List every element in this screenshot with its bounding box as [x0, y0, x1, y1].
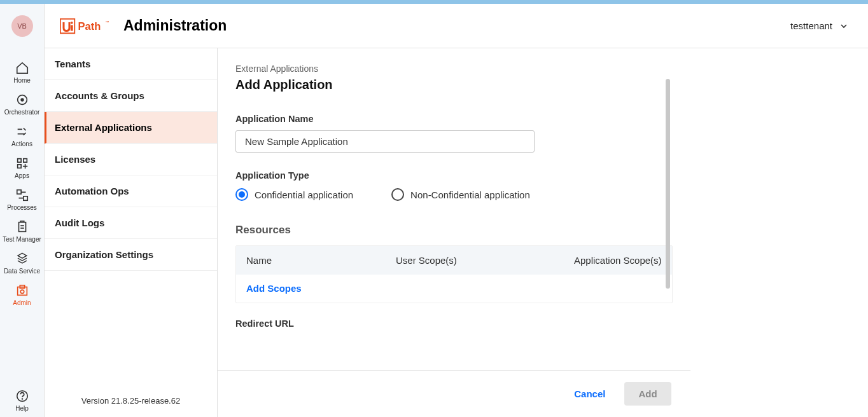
add-scopes-link[interactable]: Add Scopes [246, 283, 302, 294]
svg-point-10 [20, 290, 24, 294]
apps-icon [15, 156, 29, 170]
sub-nav: Tenants Accounts & Groups External Appli… [45, 48, 218, 417]
rail-label: Admin [13, 299, 31, 306]
rail-item-processes[interactable]: Processes [0, 184, 45, 216]
app-name-label: Application Name [235, 114, 673, 124]
col-user-scope: User Scope(s) [396, 255, 574, 266]
subnav-audit-logs[interactable]: Audit Logs [45, 207, 217, 239]
tenant-switcher[interactable]: testtenant [790, 20, 849, 31]
processes-icon [15, 188, 29, 202]
col-app-scope: Application Scope(s) [574, 255, 662, 266]
rail-item-help[interactable]: Help [0, 385, 45, 417]
resources-header-row: Name User Scope(s) Application Scope(s) [236, 246, 672, 275]
avatar[interactable]: VB [11, 15, 33, 37]
footer-actions: Cancel Add [218, 370, 690, 417]
subnav-accounts-groups[interactable]: Accounts & Groups [45, 80, 217, 112]
rail-label: Apps [15, 172, 29, 179]
radio-label: Confidential application [255, 189, 353, 200]
svg-text:Path: Path [78, 20, 101, 32]
admin-icon [15, 284, 29, 297]
breadcrumb: External Applications [235, 64, 673, 74]
subnav-external-applications[interactable]: External Applications [45, 112, 217, 144]
rail-label: Data Service [4, 268, 40, 275]
svg-rect-4 [17, 165, 21, 168]
rail-label: Home [13, 77, 31, 84]
rail-item-apps[interactable]: Apps [0, 153, 45, 184]
rail-label: Actions [11, 140, 32, 147]
rail-item-actions[interactable]: Actions [0, 121, 45, 153]
svg-rect-6 [23, 196, 27, 200]
help-icon [15, 389, 29, 403]
home-icon [15, 61, 29, 75]
logo[interactable]: Path ™ Administration [60, 17, 227, 36]
header: Path ™ Administration testtenant [45, 4, 868, 48]
radio-non-confidential[interactable]: Non-Confidential application [391, 188, 530, 201]
rail-item-data-service[interactable]: Data Service [0, 248, 45, 280]
test-manager-icon [15, 220, 29, 234]
redirect-url-label: Redirect URL [235, 318, 673, 329]
subnav-tenants[interactable]: Tenants [45, 48, 217, 80]
radio-label: Non-Confidential application [410, 189, 530, 200]
svg-rect-5 [17, 190, 20, 194]
subnav-licenses[interactable]: Licenses [45, 144, 217, 175]
chevron-down-icon [839, 21, 849, 31]
cancel-button[interactable]: Cancel [568, 385, 612, 403]
rail-item-admin[interactable]: Admin [0, 280, 45, 311]
radio-icon [235, 188, 248, 201]
svg-rect-3 [23, 159, 27, 163]
resources-table: Name User Scope(s) Application Scope(s) … [235, 245, 673, 303]
col-name: Name [246, 255, 396, 266]
rail-item-home[interactable]: Home [0, 57, 45, 89]
data-service-icon [15, 252, 29, 266]
left-rail: VB Home Orchestrator Actions Apps Proces… [0, 4, 45, 417]
svg-rect-15 [71, 25, 73, 31]
svg-rect-2 [17, 159, 21, 163]
svg-text:™: ™ [105, 20, 109, 24]
orchestrator-icon [15, 93, 29, 107]
add-button[interactable]: Add [624, 382, 671, 406]
version-text: Version 21.8.25-release.62 [45, 385, 217, 417]
app-type-label: Application Type [235, 170, 673, 181]
rail-label: Orchestrator [4, 109, 40, 116]
actions-icon [15, 125, 29, 139]
svg-point-1 [21, 99, 24, 101]
header-title: Administration [123, 17, 227, 34]
radio-icon [391, 188, 404, 201]
subnav-automation-ops[interactable]: Automation Ops [45, 175, 217, 207]
rail-label: Test Manager [3, 236, 41, 243]
svg-point-12 [22, 399, 22, 399]
page-content: External Applications Add Application Ap… [218, 48, 690, 370]
app-name-input[interactable] [235, 130, 535, 153]
rail-label: Processes [7, 204, 37, 211]
rail-item-orchestrator[interactable]: Orchestrator [0, 89, 45, 121]
subnav-organization-settings[interactable]: Organization Settings [45, 239, 217, 271]
scrollbar[interactable] [666, 79, 670, 289]
rail-label: Help [15, 405, 29, 412]
rail-item-test-manager[interactable]: Test Manager [0, 216, 45, 248]
radio-confidential[interactable]: Confidential application [235, 188, 353, 201]
svg-point-14 [71, 21, 73, 24]
svg-rect-7 [18, 222, 25, 232]
page-title: Add Application [235, 78, 673, 92]
uipath-logo-icon: Path ™ [60, 17, 117, 36]
resources-title: Resources [235, 224, 673, 236]
tenant-name: testtenant [790, 20, 832, 31]
